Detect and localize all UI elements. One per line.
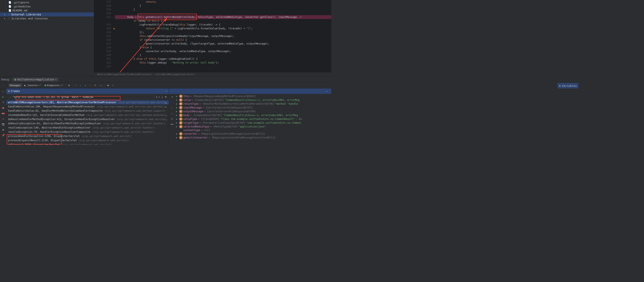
settings-button[interactable]: ⚙ — [1, 128, 5, 132]
stop-button[interactable]: ■ — [1, 106, 5, 110]
library-icon: ⬚ — [8, 13, 10, 16]
tree-item-gitmodules[interactable]: 📄.gitmodules — [0, 4, 94, 8]
frame-item[interactable]: invokeAndHandle:122, ServletInvocableHan… — [6, 113, 169, 117]
variable-item[interactable]: ▶P value = {CommonResult@5705} "CommonRe… — [175, 98, 332, 102]
variable-item[interactable]: contentType = null — [175, 129, 332, 132]
resume-button[interactable]: ▶ — [1, 95, 5, 99]
variable-item[interactable]: ▶≡ this = {RequestResponseBodyMethodProc… — [175, 94, 332, 98]
frame-item[interactable]: resolveException:79, HandlerExceptionRes… — [6, 130, 169, 134]
debug-left-toolbar: ↻ ▶ ⏸ ■ ●● ⊘ 📷 ⚙ 📌 — [0, 88, 6, 145]
frame-item[interactable]: doDispatch:1056, DispatcherServlet (org.… — [6, 142, 169, 145]
down-button[interactable]: ↓ — [170, 111, 174, 115]
code-area[interactable]: return; } } body = this.getAdvice().befo… — [115, 0, 331, 65]
frame-item[interactable]: handleReturnValue:180, RequestResponseBo… — [6, 104, 169, 109]
run-icon: ⬣ — [14, 78, 16, 81]
file-icon: 📄 — [8, 9, 12, 12]
variable-item[interactable]: ▶P returnType = {HandlerMethod$ReturnVal… — [175, 102, 332, 106]
trace-button[interactable]: ≋ — [111, 83, 115, 87]
thread-selector[interactable]: ✓ "http-nio-8080-exec-1"@5,301 in group … — [8, 95, 155, 99]
evaluate-button[interactable]: ⊞ — [106, 83, 110, 87]
variables-panel: ↗ ≡Variables ＋ － ↑ ↓ ⧉ 👓 ▶≡ this = {Requ… — [169, 88, 332, 145]
code-editor[interactable]: 217218219220221✓222223●22422522622722822… — [94, 0, 331, 72]
tree-item-scratches[interactable]: ▶⬚Scratches and Consoles — [0, 16, 94, 20]
project-tree: 📄.gitignore 📄.gitmodules 📄README.md ▶⬚Ex… — [0, 0, 94, 72]
breakpoints-button[interactable]: ●● — [1, 111, 5, 115]
prev-frame-icon[interactable]: ↑ — [158, 95, 160, 99]
chevron-right-icon: ▶ — [4, 13, 6, 16]
variable-item[interactable]: ▶≡ converter = {MappingJackson2HttpMessa… — [175, 132, 332, 136]
frame-item[interactable]: doResolveException:61, AbstractHandlerMe… — [6, 121, 169, 126]
vars-toolbar: ＋ － ↑ ↓ ⧉ 👓 — [169, 94, 175, 145]
console-icon: ▶_ — [24, 84, 27, 87]
tree-item-external-libraries[interactable]: ▶⬚External Libraries — [0, 12, 94, 16]
restore-layout-icon[interactable]: ↗ — [326, 90, 328, 93]
step-out-button[interactable]: ↑ — [88, 83, 92, 87]
frame-item[interactable]: writeWithMessageConverters:281, Abstract… — [6, 100, 169, 104]
remove-watch-button[interactable]: － — [170, 100, 174, 104]
vars-list[interactable]: ▶≡ this = {RequestResponseBodyMethodProc… — [175, 94, 332, 145]
variable-item[interactable]: ▶≡ selectedMediaType = {MediaType@5710} … — [175, 125, 332, 129]
variable-item[interactable]: ▶P inputMessage = {ServletServerHttpRequ… — [175, 106, 332, 110]
frame-item[interactable]: doResolveHandlerMethodException:412, Exc… — [6, 117, 169, 121]
frame-list[interactable]: writeWithMessageConverters:281, Abstract… — [6, 100, 169, 145]
mute-breakpoints-button[interactable]: ⊘ — [1, 117, 5, 121]
variable-item[interactable]: ▶≡ body = {CommonResult@5705} "CommonRes… — [175, 113, 332, 117]
debug-label: Debug: — [1, 78, 10, 81]
step-over-button[interactable]: ⤵ — [74, 83, 78, 87]
add-watch-button[interactable]: ＋ — [170, 95, 174, 99]
up-button[interactable]: ↑ — [170, 106, 174, 110]
frame-item[interactable]: handleReturnValue:82, HandlerMethodRetur… — [6, 109, 169, 113]
layout-button[interactable]: ≡ — [67, 83, 71, 87]
watches-button[interactable]: 👓 — [170, 122, 174, 126]
tab-console[interactable]: ▶_Console→* — [23, 83, 42, 87]
frame-item[interactable]: resolveException:140, AbstractHandlerExc… — [6, 126, 169, 130]
frame-item[interactable]: processHandlerException:1298, Dispatcher… — [6, 134, 169, 138]
variable-item[interactable]: ▶P outputMessage = {ServletServerHttpRes… — [175, 110, 332, 113]
drop-frame-button[interactable]: ⟲ — [93, 83, 97, 87]
scratch-icon: ⬚ — [8, 17, 10, 20]
endpoint-icon: ⬣ — [44, 84, 46, 87]
gutter: 217218219220221✓222223●22422522622722822… — [94, 0, 113, 68]
run-to-cursor-button[interactable]: →| — [98, 83, 103, 87]
pause-button[interactable]: ⏸ — [1, 100, 5, 104]
variable-item[interactable]: ▶≡ genericConverter = {MappingJackson2Ht… — [175, 136, 332, 140]
restore-layout-icon[interactable]: ↗ — [166, 90, 167, 93]
breadcrumb: AbstractMessageConverterMethodProcessor … — [0, 72, 331, 76]
close-icon[interactable]: ✕ — [55, 78, 56, 81]
debug-panel: Debug: ⬣UnifiedreturnApplication✕ Debugg… — [0, 76, 331, 145]
frame-item[interactable]: processDispatchResult:1110, DispatcherSe… — [6, 138, 169, 142]
tab-debugger[interactable]: Debugger — [8, 83, 22, 87]
variable-item[interactable]: ▶≡ targetType = {ParameterizedTypeImpl@5… — [175, 121, 332, 125]
dump-button[interactable]: 📷 — [1, 122, 5, 126]
next-frame-icon[interactable]: ↓ — [162, 95, 163, 99]
rerun-button[interactable]: ↻ — [1, 89, 5, 93]
debug-config-tab[interactable]: ⬣UnifiedreturnApplication✕ — [12, 77, 58, 82]
file-icon: 📄 — [8, 1, 12, 4]
force-step-into-button[interactable]: ⇊ — [83, 83, 87, 87]
frames-icon: ⊡ — [8, 90, 10, 93]
tree-item-readme[interactable]: 📄README.md — [0, 8, 94, 12]
tree-item-gitignore[interactable]: 📄.gitignore — [0, 0, 94, 4]
frames-panel: ⊡Frames↗ ✓ "http-nio-8080-exec-1"@5,301 … — [6, 88, 169, 145]
chevron-right-icon: ▶ — [4, 17, 6, 20]
pin-button[interactable]: 📌 — [1, 133, 5, 137]
frames-header: ⊡Frames↗ — [6, 88, 169, 94]
file-icon: 📄 — [8, 5, 12, 8]
step-into-button[interactable]: ↓ — [78, 83, 82, 87]
tab-endpoints[interactable]: ⬣Endpoints→* — [43, 83, 64, 87]
variable-item[interactable]: ▶≡ valueType = {Class@5600} "class com.e… — [175, 117, 332, 121]
copy-button[interactable]: ⧉ — [170, 117, 174, 121]
filter-icon[interactable]: ⏷ — [164, 95, 167, 99]
